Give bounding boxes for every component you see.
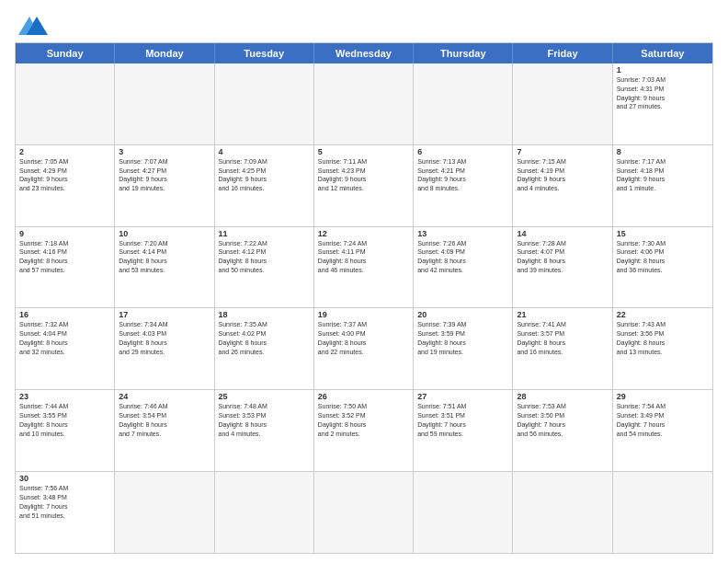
calendar-cell: 6Sunrise: 7:13 AM Sunset: 4:21 PM Daylig…	[414, 145, 513, 226]
day-number: 4	[219, 147, 310, 156]
day-info: Sunrise: 7:48 AM Sunset: 3:53 PM Dayligh…	[219, 402, 310, 438]
calendar-cell	[115, 472, 214, 553]
calendar-cell: 15Sunrise: 7:30 AM Sunset: 4:06 PM Dayli…	[613, 227, 712, 308]
calendar-cell: 11Sunrise: 7:22 AM Sunset: 4:12 PM Dayli…	[215, 227, 314, 308]
day-info: Sunrise: 7:30 AM Sunset: 4:06 PM Dayligh…	[617, 239, 709, 275]
calendar-row: 16Sunrise: 7:32 AM Sunset: 4:04 PM Dayli…	[16, 307, 712, 389]
calendar-cell: 12Sunrise: 7:24 AM Sunset: 4:11 PM Dayli…	[314, 227, 414, 308]
calendar-cell: 2Sunrise: 7:05 AM Sunset: 4:29 PM Daylig…	[16, 145, 115, 226]
day-info: Sunrise: 7:53 AM Sunset: 3:50 PM Dayligh…	[517, 402, 608, 438]
calendar-cell: 14Sunrise: 7:28 AM Sunset: 4:07 PM Dayli…	[513, 227, 612, 308]
logo	[15, 13, 48, 39]
page: SundayMondayTuesdayWednesdayThursdayFrid…	[0, 0, 728, 563]
calendar-cell: 28Sunrise: 7:53 AM Sunset: 3:50 PM Dayli…	[513, 390, 612, 471]
weekday-header: Wednesday	[314, 43, 414, 63]
calendar-cell: 13Sunrise: 7:26 AM Sunset: 4:09 PM Dayli…	[414, 227, 513, 308]
calendar-cell	[215, 472, 314, 553]
day-info: Sunrise: 7:46 AM Sunset: 3:54 PM Dayligh…	[119, 402, 210, 438]
calendar-cell: 25Sunrise: 7:48 AM Sunset: 3:53 PM Dayli…	[215, 390, 314, 471]
day-number: 19	[318, 310, 409, 319]
day-info: Sunrise: 7:13 AM Sunset: 4:21 PM Dayligh…	[417, 157, 508, 193]
day-info: Sunrise: 7:43 AM Sunset: 3:56 PM Dayligh…	[617, 320, 709, 356]
day-number: 12	[318, 229, 409, 238]
calendar-cell: 1Sunrise: 7:03 AM Sunset: 4:31 PM Daylig…	[613, 63, 712, 144]
calendar-cell: 19Sunrise: 7:37 AM Sunset: 4:00 PM Dayli…	[314, 308, 414, 389]
calendar-row: 23Sunrise: 7:44 AM Sunset: 3:55 PM Dayli…	[16, 389, 712, 471]
calendar-cell: 22Sunrise: 7:43 AM Sunset: 3:56 PM Dayli…	[613, 308, 712, 389]
day-info: Sunrise: 7:22 AM Sunset: 4:12 PM Dayligh…	[219, 239, 310, 275]
calendar-cell: 7Sunrise: 7:15 AM Sunset: 4:19 PM Daylig…	[513, 145, 612, 226]
day-number: 1	[617, 65, 709, 75]
day-info: Sunrise: 7:32 AM Sunset: 4:04 PM Dayligh…	[19, 320, 110, 356]
day-info: Sunrise: 7:34 AM Sunset: 4:03 PM Dayligh…	[119, 320, 210, 356]
calendar-cell: 9Sunrise: 7:18 AM Sunset: 4:16 PM Daylig…	[16, 227, 115, 308]
calendar-row: 1Sunrise: 7:03 AM Sunset: 4:31 PM Daylig…	[16, 63, 712, 144]
day-number: 8	[617, 147, 709, 156]
day-number: 6	[417, 147, 508, 156]
day-info: Sunrise: 7:56 AM Sunset: 3:48 PM Dayligh…	[19, 484, 110, 520]
calendar-cell	[314, 472, 414, 553]
day-info: Sunrise: 7:05 AM Sunset: 4:29 PM Dayligh…	[19, 157, 110, 193]
day-number: 14	[517, 229, 608, 238]
calendar-cell	[513, 63, 612, 144]
calendar-cell: 18Sunrise: 7:35 AM Sunset: 4:02 PM Dayli…	[215, 308, 314, 389]
day-info: Sunrise: 7:07 AM Sunset: 4:27 PM Dayligh…	[119, 157, 210, 193]
day-number: 10	[119, 229, 210, 238]
day-info: Sunrise: 7:28 AM Sunset: 4:07 PM Dayligh…	[517, 239, 608, 275]
day-info: Sunrise: 7:20 AM Sunset: 4:14 PM Dayligh…	[119, 239, 210, 275]
day-info: Sunrise: 7:17 AM Sunset: 4:18 PM Dayligh…	[617, 157, 709, 193]
weekday-header: Monday	[115, 43, 214, 63]
day-number: 15	[617, 229, 709, 238]
calendar-cell	[115, 63, 214, 144]
calendar-cell: 26Sunrise: 7:50 AM Sunset: 3:52 PM Dayli…	[314, 390, 414, 471]
calendar-cell: 30Sunrise: 7:56 AM Sunset: 3:48 PM Dayli…	[16, 472, 115, 553]
day-info: Sunrise: 7:39 AM Sunset: 3:59 PM Dayligh…	[417, 320, 508, 356]
day-info: Sunrise: 7:35 AM Sunset: 4:02 PM Dayligh…	[219, 320, 310, 356]
day-info: Sunrise: 7:15 AM Sunset: 4:19 PM Dayligh…	[517, 157, 608, 193]
day-number: 23	[19, 392, 110, 401]
calendar-cell	[414, 63, 513, 144]
calendar-cell	[314, 63, 414, 144]
header	[15, 9, 713, 39]
calendar-cell: 17Sunrise: 7:34 AM Sunset: 4:03 PM Dayli…	[115, 308, 214, 389]
day-number: 18	[219, 310, 310, 319]
weekday-header: Tuesday	[215, 43, 314, 63]
day-number: 26	[318, 392, 409, 401]
calendar-body: 1Sunrise: 7:03 AM Sunset: 4:31 PM Daylig…	[16, 63, 712, 553]
calendar-cell: 27Sunrise: 7:51 AM Sunset: 3:51 PM Dayli…	[414, 390, 513, 471]
calendar-header: SundayMondayTuesdayWednesdayThursdayFrid…	[16, 43, 712, 63]
day-number: 22	[617, 310, 709, 319]
day-info: Sunrise: 7:44 AM Sunset: 3:55 PM Dayligh…	[19, 402, 110, 438]
day-number: 2	[19, 147, 110, 156]
day-number: 11	[219, 229, 310, 238]
calendar-cell: 24Sunrise: 7:46 AM Sunset: 3:54 PM Dayli…	[115, 390, 214, 471]
calendar-row: 9Sunrise: 7:18 AM Sunset: 4:16 PM Daylig…	[16, 226, 712, 308]
calendar-row: 30Sunrise: 7:56 AM Sunset: 3:48 PM Dayli…	[16, 471, 712, 553]
day-info: Sunrise: 7:11 AM Sunset: 4:23 PM Dayligh…	[318, 157, 409, 193]
calendar-cell: 29Sunrise: 7:54 AM Sunset: 3:49 PM Dayli…	[613, 390, 712, 471]
day-info: Sunrise: 7:51 AM Sunset: 3:51 PM Dayligh…	[417, 402, 508, 438]
day-info: Sunrise: 7:03 AM Sunset: 4:31 PM Dayligh…	[617, 75, 709, 111]
weekday-header: Saturday	[613, 43, 712, 63]
weekday-header: Friday	[513, 43, 612, 63]
calendar-cell	[513, 472, 612, 553]
weekday-header: Thursday	[414, 43, 513, 63]
calendar-cell	[613, 472, 712, 553]
day-number: 28	[517, 392, 608, 401]
day-info: Sunrise: 7:24 AM Sunset: 4:11 PM Dayligh…	[318, 239, 409, 275]
calendar-cell	[16, 63, 115, 144]
calendar-cell: 20Sunrise: 7:39 AM Sunset: 3:59 PM Dayli…	[414, 308, 513, 389]
day-info: Sunrise: 7:37 AM Sunset: 4:00 PM Dayligh…	[318, 320, 409, 356]
calendar-cell: 21Sunrise: 7:41 AM Sunset: 3:57 PM Dayli…	[513, 308, 612, 389]
day-info: Sunrise: 7:41 AM Sunset: 3:57 PM Dayligh…	[517, 320, 608, 356]
day-number: 3	[119, 147, 210, 156]
calendar-cell	[215, 63, 314, 144]
day-info: Sunrise: 7:18 AM Sunset: 4:16 PM Dayligh…	[19, 239, 110, 275]
calendar-cell	[414, 472, 513, 553]
calendar-cell: 3Sunrise: 7:07 AM Sunset: 4:27 PM Daylig…	[115, 145, 214, 226]
calendar-cell: 23Sunrise: 7:44 AM Sunset: 3:55 PM Dayli…	[16, 390, 115, 471]
day-number: 25	[219, 392, 310, 401]
day-number: 9	[19, 229, 110, 238]
day-number: 27	[417, 392, 508, 401]
day-number: 29	[617, 392, 709, 401]
